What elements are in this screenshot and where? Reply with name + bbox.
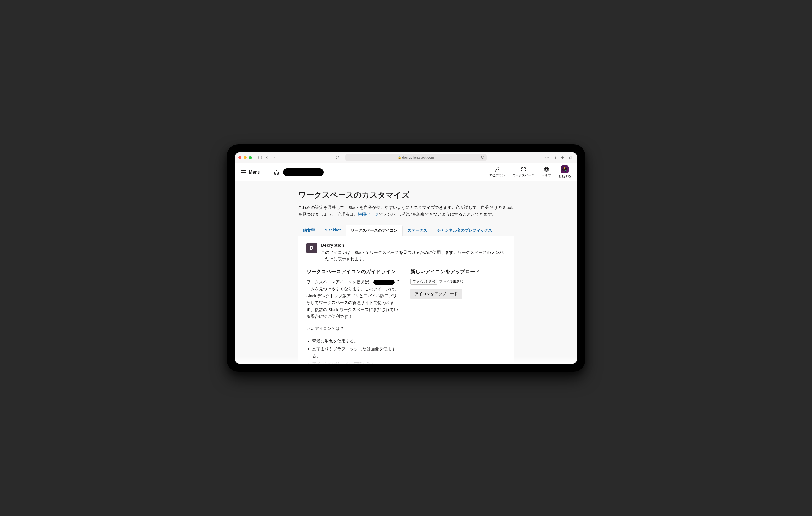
menu-label: Menu xyxy=(249,170,260,175)
file-select-button[interactable]: ファイルを選択 xyxy=(410,279,437,285)
nav-label: ワークスペース xyxy=(513,173,534,178)
guidelines-intro: いいアイコンとは？： xyxy=(306,325,402,332)
svg-line-17 xyxy=(547,168,548,169)
lock-icon: 🔒 xyxy=(398,156,401,159)
workspace-badge: D xyxy=(306,243,317,253)
share-icon[interactable] xyxy=(551,154,558,161)
rocket-icon xyxy=(494,166,500,172)
upload-heading: 新しいアイコンをアップロード xyxy=(410,268,506,275)
close-window-icon[interactable] xyxy=(238,156,241,159)
redacted-workspace-name xyxy=(283,168,324,176)
reload-icon[interactable] xyxy=(481,155,485,160)
sidebar-toggle-icon[interactable] xyxy=(257,154,263,161)
grid-icon xyxy=(521,166,526,172)
slack-app-icon xyxy=(561,165,569,173)
help-icon xyxy=(544,166,549,172)
file-status-text: ファイル未選択 xyxy=(439,279,463,284)
svg-rect-10 xyxy=(522,168,523,169)
guidelines-heading: ワークスペースアイコンのガイドライン xyxy=(306,268,402,275)
nav-label: ヘルプ xyxy=(542,173,551,178)
guidelines-column: ワークスペースアイコンのガイドライン ワークスペースアイコンを使えば、 チームを… xyxy=(306,268,402,364)
list-item: 背景に単色を使用する。 xyxy=(312,337,402,345)
nav-pricing[interactable]: 料金プラン xyxy=(489,166,505,178)
svg-rect-0 xyxy=(258,156,261,159)
shield-icon[interactable] xyxy=(334,154,341,161)
page-title: ワークスペースのカスタマイズ xyxy=(298,190,514,201)
tabs: 絵文字 Slackbot ワークスペースのアイコン ステータス チャンネル名のプ… xyxy=(298,224,514,236)
new-tab-icon[interactable] xyxy=(559,154,566,161)
redacted-text xyxy=(373,280,395,285)
menu-button[interactable]: Menu xyxy=(241,170,265,175)
minimize-window-icon[interactable] xyxy=(243,156,247,159)
fullscreen-window-icon[interactable] xyxy=(249,156,252,159)
window-controls[interactable] xyxy=(238,156,252,159)
workspace-name: Decryption xyxy=(321,243,506,248)
tabs-overview-icon[interactable] xyxy=(567,154,574,161)
svg-point-15 xyxy=(545,168,547,170)
page-lead: これらの設定を調整して、Slack を自分が使いやすいようにカスタマイズできます… xyxy=(298,204,514,218)
back-button[interactable] xyxy=(263,154,270,161)
tab-status[interactable]: ステータス xyxy=(403,224,432,236)
permissions-link[interactable]: 権限ページ xyxy=(358,212,379,216)
workspace-blurb: このアイコンは、Slack でワークスペースを見つけるために使用します。ワークス… xyxy=(321,249,506,263)
divider xyxy=(269,168,269,177)
tab-slackbot[interactable]: Slackbot xyxy=(320,224,346,236)
nav-launch[interactable]: 起動する xyxy=(558,165,571,179)
tab-workspace-icon[interactable]: ワークスペースのアイコン xyxy=(346,224,403,236)
list-item: アイコンの周りに少し空間を残す。 xyxy=(312,360,402,364)
svg-rect-11 xyxy=(524,168,526,169)
nav-help[interactable]: ヘルプ xyxy=(542,166,551,178)
upload-column: 新しいアイコンをアップロード ファイルを選択 ファイル未選択 アイコンをアップロ… xyxy=(410,268,506,364)
svg-rect-9 xyxy=(569,156,571,158)
svg-line-18 xyxy=(545,170,546,171)
url-text: decryption.slack.com xyxy=(402,155,434,159)
svg-line-19 xyxy=(547,170,548,171)
downloads-icon[interactable] xyxy=(543,154,550,161)
svg-rect-8 xyxy=(570,157,572,159)
guidelines-list: 背景に単色を使用する。 文字よりもグラフィックまたは画像を使用する。 アイコンの… xyxy=(306,337,402,364)
svg-rect-12 xyxy=(522,170,523,172)
browser-toolbar: 🔒 decryption.slack.com xyxy=(235,152,577,163)
tab-emoji[interactable]: 絵文字 xyxy=(298,224,320,236)
slack-header: Menu 料金プラン ワークスペース ヘルプ 起動する xyxy=(235,163,577,181)
tab-panel: D Decryption このアイコンは、Slack でワークスペースを見つける… xyxy=(298,236,514,364)
page-content: ワークスペースのカスタマイズ これらの設定を調整して、Slack を自分が使いや… xyxy=(235,181,577,364)
list-item: 文字よりもグラフィックまたは画像を使用する。 xyxy=(312,345,402,360)
home-icon[interactable] xyxy=(273,170,280,175)
hamburger-icon xyxy=(241,170,246,174)
tab-channel-prefix[interactable]: チャンネル名のプレフィックス xyxy=(432,224,497,236)
forward-button xyxy=(271,154,278,161)
svg-line-16 xyxy=(545,168,546,169)
address-bar[interactable]: 🔒 decryption.slack.com xyxy=(345,154,487,161)
nav-label: 料金プラン xyxy=(489,173,505,178)
guidelines-paragraph: ワークスペースアイコンを使えば、 チームを見つけやすくなります。このアイコンは、… xyxy=(306,279,402,320)
upload-icon-button[interactable]: アイコンをアップロード xyxy=(410,289,462,299)
nav-label: 起動する xyxy=(558,174,571,179)
nav-workspaces[interactable]: ワークスペース xyxy=(513,166,534,178)
svg-rect-13 xyxy=(524,170,526,172)
